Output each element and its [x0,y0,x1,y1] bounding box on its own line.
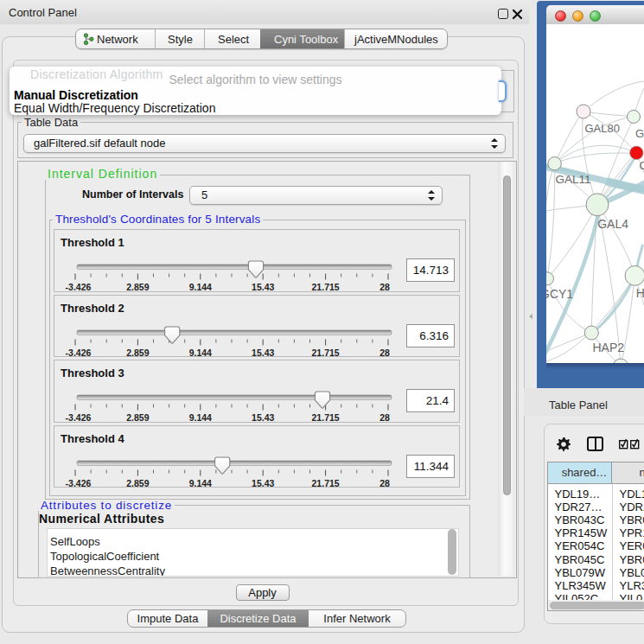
svg-text:2.859: 2.859 [126,348,149,358]
svg-text:21.715: 21.715 [312,478,340,488]
svg-text:21.715: 21.715 [312,412,340,423]
svg-text:GAL80: GAL80 [584,122,619,135]
svg-text:-3.426: -3.426 [66,348,92,358]
svg-text:9.144: 9.144 [189,348,212,358]
svg-text:-3.426: -3.426 [66,282,92,292]
svg-text:9.144: 9.144 [189,282,212,292]
svg-text:-3.426: -3.426 [66,412,92,423]
svg-text:HAP2: HAP2 [593,341,625,354]
svg-text:GA: GA [635,127,644,140]
svg-text:15.43: 15.43 [252,478,274,488]
svg-text:GAL4: GAL4 [597,217,628,231]
svg-text:21.715: 21.715 [312,348,340,358]
svg-text:15.43: 15.43 [252,348,274,358]
svg-text:15.43: 15.43 [252,412,274,423]
svg-text:C: C [640,159,644,172]
svg-text:2.859: 2.859 [126,282,149,292]
svg-text:21.715: 21.715 [312,282,340,292]
svg-text:9.144: 9.144 [189,412,212,423]
svg-text:GAL11: GAL11 [555,173,590,186]
svg-text:2.859: 2.859 [126,478,149,488]
svg-text:2.859: 2.859 [126,412,149,423]
svg-text:-3.426: -3.426 [66,478,92,488]
svg-text:28: 28 [379,282,390,292]
svg-text:H: H [636,286,644,300]
svg-text:28: 28 [379,348,390,358]
svg-text:15.43: 15.43 [252,282,274,292]
svg-text:GCY1: GCY1 [546,287,573,301]
svg-text:28: 28 [379,478,390,488]
svg-text:9.144: 9.144 [189,478,212,488]
svg-text:28: 28 [379,412,390,423]
